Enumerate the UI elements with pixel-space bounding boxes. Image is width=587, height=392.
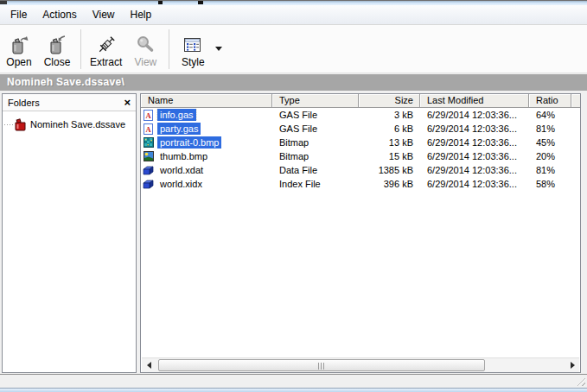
toolbar-separator xyxy=(80,29,81,69)
folders-panel-header: Folders × xyxy=(3,94,136,111)
file-ratio: 20% xyxy=(529,151,571,161)
file-row[interactable]: world.xidx Index File 396 kB 6/29/2014 1… xyxy=(141,177,580,191)
file-modified: 6/29/2014 12:03:36... xyxy=(420,165,529,175)
style-button[interactable]: Style xyxy=(175,28,211,70)
menu-view[interactable]: View xyxy=(85,6,123,23)
tree-item-label: Nomineh Save.dssave xyxy=(30,119,125,130)
extract-syringe-icon xyxy=(95,34,118,56)
folders-close-button[interactable]: × xyxy=(124,97,131,108)
view-magnifier-icon xyxy=(135,34,156,56)
file-name: thumb.bmp xyxy=(157,150,210,162)
folders-panel-title: Folders xyxy=(8,98,124,108)
menu-bar: File Actions View Help xyxy=(0,5,587,25)
file-row[interactable]: A party.gas GAS File 6 kB 6/29/2014 12:0… xyxy=(141,122,580,136)
close-button[interactable]: Close xyxy=(39,28,75,70)
file-modified: 6/29/2014 12:03:36... xyxy=(420,179,529,189)
file-size: 3 kB xyxy=(359,110,420,120)
file-modified: 6/29/2014 12:03:36... xyxy=(420,137,529,148)
column-header-last-modified[interactable]: Last Modified xyxy=(420,94,529,108)
window-bottom-border xyxy=(0,388,587,392)
file-modified: 6/29/2014 12:03:36... xyxy=(420,110,529,120)
archive-icon xyxy=(14,118,27,131)
open-button[interactable]: Open xyxy=(1,28,37,70)
data-cube-icon xyxy=(143,166,154,175)
svg-text:A: A xyxy=(145,124,151,133)
svg-text:A: A xyxy=(145,111,151,119)
current-path: Nomineh Save.dssave\ xyxy=(7,76,124,88)
open-button-label: Open xyxy=(6,56,31,68)
column-header-type[interactable]: Type xyxy=(272,94,359,108)
file-row[interactable]: A info.gas GAS File 3 kB 6/29/2014 12:03… xyxy=(141,108,580,122)
scrollbar-thumb[interactable] xyxy=(158,359,485,371)
file-ratio: 81% xyxy=(529,123,571,134)
column-header-stub xyxy=(571,94,580,108)
file-list-panel: Name Type Size Last Modified Ratio A inf… xyxy=(140,93,581,373)
file-size: 1385 kB xyxy=(359,165,420,175)
file-type: Data File xyxy=(272,165,359,175)
column-header-name[interactable]: Name xyxy=(141,94,272,108)
column-header-ratio[interactable]: Ratio xyxy=(529,94,571,108)
file-size: 396 kB xyxy=(359,179,420,189)
extract-button-label: Extract xyxy=(90,56,122,68)
titlebar-remnant xyxy=(0,1,7,4)
menu-file[interactable]: File xyxy=(3,6,35,23)
column-header-size[interactable]: Size xyxy=(359,94,420,108)
folder-tree: Nomineh Save.dssave xyxy=(3,111,136,131)
resize-grip[interactable] xyxy=(575,376,585,386)
tree-item-nomineh-save[interactable]: Nomineh Save.dssave xyxy=(3,117,136,131)
file-type: Index File xyxy=(272,179,359,189)
file-type: Bitmap xyxy=(272,137,359,148)
file-modified: 6/29/2014 12:03:36... xyxy=(420,123,529,134)
app-window: File Actions View Help Open xyxy=(0,0,587,392)
close-button-label: Close xyxy=(44,56,71,68)
file-name: portrait-0.bmp xyxy=(157,136,221,149)
file-modified: 6/29/2014 12:03:36... xyxy=(420,151,529,161)
file-name: info.gas xyxy=(157,109,196,121)
gas-file-icon: A xyxy=(143,110,154,121)
file-ratio: 45% xyxy=(529,137,571,148)
extract-button[interactable]: Extract xyxy=(86,28,125,70)
toolbar-separator xyxy=(169,29,169,69)
file-name: party.gas xyxy=(157,123,201,135)
file-type: GAS File xyxy=(272,110,359,120)
file-type: GAS File xyxy=(272,123,359,134)
horizontal-scrollbar[interactable] xyxy=(142,357,579,372)
bitmap-image-icon xyxy=(143,151,154,161)
file-size: 15 kB xyxy=(359,151,420,161)
file-ratio: 81% xyxy=(529,165,571,175)
bitmap-texture-icon xyxy=(143,137,154,148)
close-icon xyxy=(47,34,67,56)
style-list-icon xyxy=(183,34,202,56)
titlebar-remnant xyxy=(158,1,163,4)
toolbar: Open Close xyxy=(0,25,587,73)
style-dropdown-button[interactable] xyxy=(212,32,226,66)
view-button[interactable]: View xyxy=(127,28,163,70)
data-cube-icon xyxy=(143,180,154,189)
menu-actions[interactable]: Actions xyxy=(35,6,84,23)
file-ratio: 58% xyxy=(529,179,571,189)
file-size: 6 kB xyxy=(359,123,420,134)
triangle-left-icon xyxy=(147,362,151,369)
file-row[interactable]: thumb.bmp Bitmap 15 kB 6/29/2014 12:03:3… xyxy=(141,149,580,163)
status-bar xyxy=(0,374,587,388)
menu-help[interactable]: Help xyxy=(123,6,160,23)
file-size: 13 kB xyxy=(359,137,420,148)
view-button-label: View xyxy=(134,56,156,68)
scroll-right-button[interactable] xyxy=(565,358,579,372)
address-bar: Nomineh Save.dssave\ xyxy=(0,74,587,91)
gas-file-icon: A xyxy=(143,123,154,135)
file-row[interactable]: world.xdat Data File 1385 kB 6/29/2014 1… xyxy=(141,163,580,177)
file-name: world.xdat xyxy=(157,164,206,176)
titlebar-remnant xyxy=(198,1,203,4)
file-name: world.xidx xyxy=(157,178,205,190)
open-icon xyxy=(9,34,29,56)
chevron-down-icon xyxy=(215,47,222,51)
folders-panel: Folders × Nomineh Save.dssave xyxy=(2,93,137,373)
file-ratio: 64% xyxy=(529,110,571,120)
triangle-right-icon xyxy=(571,362,575,369)
file-row[interactable]: portrait-0.bmp Bitmap 13 kB 6/29/2014 12… xyxy=(141,136,580,149)
scroll-left-button[interactable] xyxy=(142,358,156,372)
tree-connector xyxy=(4,124,13,125)
file-type: Bitmap xyxy=(272,151,359,161)
style-button-label: Style xyxy=(182,56,205,68)
